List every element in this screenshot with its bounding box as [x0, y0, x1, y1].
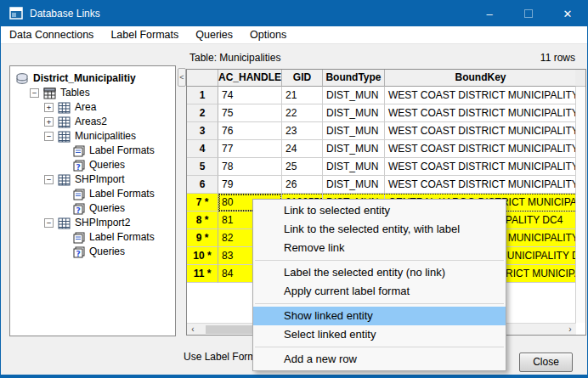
row-number-cell[interactable]: 1: [187, 87, 218, 104]
context-menu-item-select-linked-entity[interactable]: Select linked entity: [253, 325, 506, 344]
menubar-item-data-connections[interactable]: Data Connections: [1, 26, 102, 44]
context-menu-separator: [255, 303, 504, 304]
minimize-button[interactable]: –: [470, 1, 509, 26]
menu-bar: Data ConnectionsLabel FormatsQueriesOpti…: [1, 26, 587, 44]
tree-item-queries[interactable]: ? Queries: [10, 245, 175, 259]
maximize-button[interactable]: [509, 1, 548, 26]
label-formats-icon: [71, 189, 86, 200]
table-cell[interactable]: 74: [218, 87, 282, 104]
table-cell[interactable]: 24: [282, 140, 323, 158]
context-menu-item-remove-link[interactable]: Remove link: [253, 239, 506, 257]
table-cell[interactable]: 76: [218, 122, 282, 140]
table-cell[interactable]: WEST COAST DISTRICT MUNICIPALITY DC1: [385, 140, 576, 158]
row-number-cell[interactable]: 5: [187, 158, 218, 176]
tree-item-label: Queries: [89, 245, 125, 259]
context-menu-item-add-a-new-row[interactable]: Add a new row: [253, 350, 506, 369]
column-header-boundtype[interactable]: BoundType: [323, 70, 385, 87]
tree-item-label-formats[interactable]: Label Formats: [10, 230, 175, 245]
table-icon: [57, 174, 71, 186]
row-number-cell[interactable]: 10 *: [187, 247, 218, 265]
column-header-boundkey[interactable]: BoundKey: [385, 70, 576, 87]
context-menu-item-label-the-selected-entity-no-link-[interactable]: Label the selected entity (no link): [253, 263, 506, 282]
table-cell[interactable]: DIST_MUN: [323, 122, 385, 140]
table-cell[interactable]: 75: [218, 104, 282, 122]
tree-item-area[interactable]: + Area: [10, 100, 175, 115]
close-window-button[interactable]: ✕: [548, 1, 587, 26]
table-cell[interactable]: 26: [282, 176, 323, 194]
table-cell[interactable]: 21: [282, 87, 323, 104]
svg-text:?: ?: [76, 162, 80, 171]
column-header-ac_handle[interactable]: AC_HANDLE: [218, 70, 282, 87]
table-row[interactable]: 17421DIST_MUNWEST COAST DISTRICT MUNICIP…: [187, 87, 585, 104]
context-menu-item-apply-current-label-format[interactable]: Apply current label format: [253, 282, 506, 301]
table-cell[interactable]: 23: [282, 122, 323, 140]
expand-node-icon[interactable]: +: [44, 103, 54, 112]
collapse-node-icon[interactable]: −: [44, 132, 54, 141]
table-cell[interactable]: DIST_MUN: [323, 140, 385, 158]
table-cell[interactable]: 78: [218, 158, 282, 176]
table-cell[interactable]: 22: [282, 104, 323, 122]
tables-icon: [42, 87, 57, 99]
close-button[interactable]: Close: [519, 353, 573, 372]
collapse-node-icon[interactable]: −: [44, 218, 54, 228]
menubar-item-options[interactable]: Options: [241, 26, 295, 44]
row-number-cell[interactable]: 6: [187, 176, 218, 194]
table-cell[interactable]: WEST COAST DISTRICT MUNICIPALITY DC1: [385, 122, 576, 140]
tree-item-tables[interactable]: − Tables: [10, 86, 175, 100]
table-cell[interactable]: DIST_MUN: [323, 158, 385, 176]
context-menu-item-show-linked-entity[interactable]: Show linked entity: [253, 307, 506, 325]
collapse-node-icon[interactable]: −: [44, 175, 54, 184]
menubar-item-queries[interactable]: Queries: [187, 26, 241, 44]
table-row[interactable]: 27522DIST_MUNWEST COAST DISTRICT MUNICIP…: [187, 104, 585, 122]
tree-item-label: Label Formats: [89, 144, 155, 158]
table-row[interactable]: 57825DIST_MUNWEST COAST DISTRICT MUNICIP…: [187, 158, 585, 176]
row-number-cell[interactable]: 9 *: [187, 229, 218, 247]
tree-item-label: Label Formats: [89, 187, 155, 201]
tree-item-shpimport[interactable]: − SHPImport: [10, 172, 175, 187]
tree-item-areas2[interactable]: + Areas2: [10, 115, 175, 129]
label-formats-icon: [71, 145, 86, 157]
tree-item-label: Queries: [89, 201, 125, 216]
row-number-cell[interactable]: 11 *: [187, 265, 218, 283]
tree-item-queries[interactable]: ? Queries: [10, 158, 175, 172]
table-cell[interactable]: DIST_MUN: [323, 176, 385, 194]
scroll-left-icon[interactable]: ‹: [187, 324, 199, 336]
table-row[interactable]: 47724DIST_MUNWEST COAST DISTRICT MUNICIP…: [187, 140, 585, 158]
scroll-right-icon[interactable]: ›: [564, 324, 576, 336]
tree-collapse-button[interactable]: <: [178, 68, 186, 87]
column-header-gid[interactable]: GID: [282, 70, 323, 87]
context-menu-item-link-to-the-selected-entity-with-label[interactable]: Link to the selected entity, with label: [253, 220, 506, 239]
table-cell[interactable]: DIST_MUN: [323, 104, 385, 122]
row-number-cell[interactable]: 3: [187, 122, 218, 140]
context-menu-item-link-to-selected-entity[interactable]: Link to selected entity: [253, 201, 506, 220]
table-cell[interactable]: WEST COAST DISTRICT MUNICIPALITY DC1: [385, 176, 576, 194]
table-cell[interactable]: WEST COAST DISTRICT MUNICIPALITY DC1: [385, 87, 576, 104]
table-cell[interactable]: 77: [218, 140, 282, 158]
row-number-cell[interactable]: 8 *: [187, 212, 218, 229]
table-cell[interactable]: DIST_MUN: [323, 87, 385, 104]
table-cell[interactable]: WEST COAST DISTRICT MUNICIPALITY DC1: [385, 158, 576, 176]
table-cell[interactable]: 79: [218, 176, 282, 194]
row-number-cell[interactable]: 4: [187, 140, 218, 158]
collapse-node-icon[interactable]: −: [30, 88, 39, 98]
tree-item-label-formats[interactable]: Label Formats: [10, 187, 175, 201]
vertical-scrollbar[interactable]: [575, 70, 585, 323]
row-number-cell[interactable]: 7 *: [187, 194, 218, 212]
window-bottom-border: [1, 375, 587, 377]
tree-item-queries[interactable]: ? Queries: [10, 201, 175, 216]
table-cell[interactable]: WEST COAST DISTRICT MUNICIPALITY DC1: [385, 104, 576, 122]
tree-item-district_municipalitiy[interactable]: District_Municipalitiy: [10, 71, 175, 86]
table-cell[interactable]: 25: [282, 158, 323, 176]
tree-item-label: SHPImport: [75, 172, 125, 187]
tree-item-label-formats[interactable]: Label Formats: [10, 144, 175, 158]
row-number-cell[interactable]: 2: [187, 104, 218, 122]
menubar-item-label-formats[interactable]: Label Formats: [102, 26, 187, 44]
tree-item-shpimport2[interactable]: − SHPImport2: [10, 216, 175, 230]
table-row[interactable]: 67926DIST_MUNWEST COAST DISTRICT MUNICIP…: [187, 176, 585, 194]
tree-item-municipalities[interactable]: − Municipalities: [10, 129, 175, 144]
expand-node-icon[interactable]: +: [44, 117, 54, 127]
minimize-icon: –: [486, 8, 492, 20]
maximize-icon: [524, 9, 533, 18]
table-row[interactable]: 37623DIST_MUNWEST COAST DISTRICT MUNICIP…: [187, 122, 585, 140]
title-bar: Database Links – ✕: [1, 1, 587, 26]
